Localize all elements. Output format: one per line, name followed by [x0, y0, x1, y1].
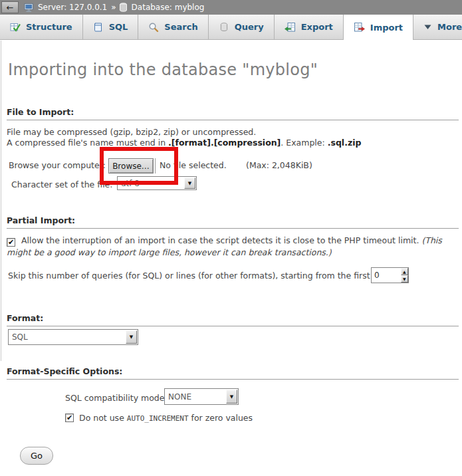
allow-interruption-row: ✔Allow the interruption of an import in …: [7, 235, 453, 258]
skip-queries-spinner: ▲ ▼: [401, 268, 408, 283]
tab-import[interactable]: Import: [344, 15, 413, 40]
no-file-selected-text: No file selected.: [160, 160, 227, 170]
tab-label: Structure: [26, 22, 72, 32]
skip-queries-input[interactable]: [372, 268, 401, 283]
tab-label: Export: [301, 22, 333, 32]
chevron-down-icon[interactable]: ▼: [226, 390, 237, 404]
auto-increment-text: Do not use AUTO_INCREMENT for zero value…: [79, 413, 253, 423]
database-icon: [119, 3, 128, 12]
format-compression-pattern: .[format].[compression]: [168, 138, 281, 148]
chevron-down-icon[interactable]: ▼: [184, 178, 195, 189]
tab-search[interactable]: Search: [138, 15, 208, 39]
browse-button[interactable]: Browse…: [108, 158, 154, 174]
breadcrumb-database-link[interactable]: Database: myblog: [132, 3, 205, 12]
section-heading-format: Format:: [7, 313, 459, 326]
format-selected-value: SQL: [9, 330, 125, 344]
spinner-down-button[interactable]: ▼: [401, 275, 408, 283]
skip-queries-label: Skip this number of queries (for SQL) or…: [8, 271, 391, 281]
skip-queries-input-group: ▲ ▼: [371, 267, 409, 283]
auto-increment-keyword: AUTO_INCREMENT: [127, 414, 189, 423]
info-text: . Example:: [281, 138, 327, 148]
tab-bar: Structure SQL Search: [0, 15, 462, 40]
tab-label: Import: [370, 23, 403, 33]
allow-interruption-text: Allow the interruption of an import in c…: [21, 235, 421, 245]
example-filename: .sql.zip: [328, 138, 362, 148]
info-text: A compressed file's name must end in: [7, 138, 168, 148]
auto-increment-suffix: for zero values: [189, 413, 253, 423]
breadcrumb-separator: »: [111, 3, 116, 12]
page-title: Importing into the database "myblog": [8, 60, 318, 79]
tab-label: Query: [235, 22, 264, 32]
allow-interruption-checkbox[interactable]: ✔: [7, 238, 15, 247]
import-icon: [354, 22, 365, 33]
sql-compatibility-value: NONE: [165, 389, 225, 404]
max-upload-size: (Max: 2,048KiB): [246, 160, 312, 170]
tab-structure[interactable]: Structure: [0, 15, 83, 39]
charset-label: Character set of the file:: [11, 179, 113, 189]
auto-increment-prefix: Do not use: [79, 413, 127, 423]
tab-label: More: [437, 22, 462, 32]
breadcrumb: ← Server: 127.0.0.1 » Database: myblog: [0, 0, 462, 15]
tab-export[interactable]: Export: [275, 15, 344, 39]
sql-compatibility-select[interactable]: NONE ▼: [164, 388, 239, 405]
chevron-down-icon[interactable]: ▼: [126, 330, 137, 344]
tab-query[interactable]: Query: [209, 15, 275, 39]
format-select[interactable]: SQL ▼: [8, 329, 138, 345]
go-button[interactable]: Go: [20, 447, 53, 465]
back-arrow-icon: ←: [7, 3, 14, 12]
browse-computer-label: Browse your computer:: [9, 160, 106, 170]
export-icon: [285, 22, 296, 33]
auto-increment-row: ✔ Do not use AUTO_INCREMENT for zero val…: [65, 413, 253, 423]
tab-sql[interactable]: SQL: [83, 15, 139, 39]
auto-increment-checkbox[interactable]: ✔: [65, 414, 74, 422]
breadcrumb-server-link[interactable]: Server: 127.0.0.1: [38, 3, 107, 12]
section-heading-format-specific: Format-Specific Options:: [7, 366, 459, 380]
search-icon: [148, 22, 159, 33]
sql-icon: [93, 22, 104, 33]
query-icon: [219, 22, 229, 33]
main-content: Importing into the database "myblog" Fil…: [0, 40, 462, 476]
back-button[interactable]: ←: [1, 1, 19, 13]
structure-icon: [10, 22, 21, 33]
compression-info-line2: A compressed file's name must end in .[f…: [7, 138, 361, 148]
charset-select[interactable]: utf-8 ▼: [117, 176, 197, 190]
chevron-down-icon: [423, 23, 432, 31]
spinner-up-button[interactable]: ▲: [401, 268, 408, 275]
file-input-divider: [155, 158, 156, 174]
sql-compatibility-label: SQL compatibility mode:: [65, 393, 168, 403]
section-heading-partial-import: Partial Import:: [7, 215, 459, 229]
tab-label: Search: [164, 22, 197, 32]
tab-more[interactable]: More: [413, 15, 462, 39]
charset-selected-value: utf-8: [118, 177, 183, 189]
tab-label: SQL: [109, 22, 128, 32]
compression-info-line1: File may be compressed (gzip, bzip2, zip…: [7, 127, 256, 137]
server-icon: [24, 3, 34, 13]
content-left-border: [1, 41, 1, 361]
section-heading-file-to-import: File to Import:: [7, 107, 459, 120]
phpmyadmin-import-page: ← Server: 127.0.0.1 » Database: myblog: [0, 0, 462, 476]
